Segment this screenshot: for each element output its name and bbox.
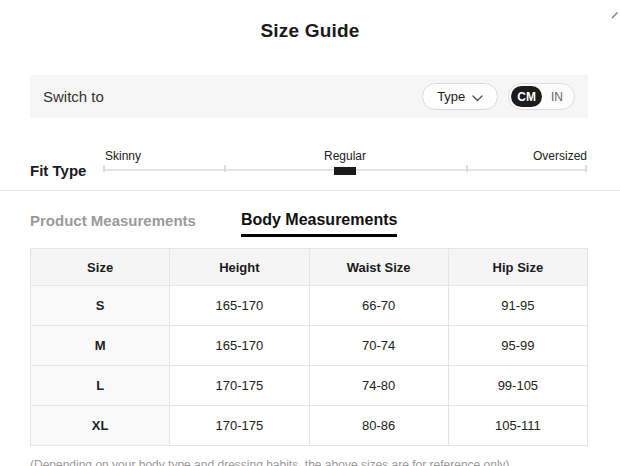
fit-track-tick [103, 165, 105, 172]
table-cell: 170-175 [170, 366, 309, 406]
table-cell: 165-170 [170, 326, 309, 366]
fit-track-tick [466, 165, 468, 172]
table-cell: 165-170 [170, 286, 309, 326]
table-cell: 66-70 [309, 286, 448, 326]
table-header-row: Size Height Waist Size Hip Size [31, 249, 588, 286]
table-cell: 74-80 [309, 366, 448, 406]
fit-track-tick [224, 165, 226, 172]
fit-type-slider[interactable]: Skinny Regular Oversized [103, 146, 587, 180]
tab-product-measurements[interactable]: Product Measurements [30, 211, 196, 229]
unit-toggle: CM IN [508, 83, 575, 110]
fit-option-skinny[interactable]: Skinny [105, 149, 141, 163]
measurement-tabs: Product Measurements Body Measurements [30, 211, 397, 237]
table-cell: 80-86 [309, 406, 448, 446]
switch-controls: Type CM IN [422, 83, 575, 110]
size-guide-dialog: Size Guide Switch to Type CM IN Fit Type… [0, 0, 620, 466]
col-header-height: Height [170, 249, 309, 286]
type-dropdown[interactable]: Type [422, 83, 498, 110]
table-cell: M [31, 326, 170, 366]
col-header-waist: Waist Size [309, 249, 448, 286]
switch-to-bar: Switch to Type CM IN [30, 75, 588, 118]
body-measurements-table: Size Height Waist Size Hip Size S 165-17… [30, 248, 588, 446]
table-row: S 165-170 66-70 91-95 [31, 286, 588, 326]
col-header-hip: Hip Size [448, 249, 587, 286]
unit-option-cm[interactable]: CM [511, 86, 542, 107]
table-row: L 170-175 74-80 99-105 [31, 366, 588, 406]
table-cell: 95-99 [448, 326, 587, 366]
type-dropdown-label: Type [437, 89, 465, 104]
col-header-size: Size [31, 249, 170, 286]
table-cell: S [31, 286, 170, 326]
table-row: XL 170-175 80-86 105-111 [31, 406, 588, 446]
chevron-down-icon [472, 90, 483, 105]
table-cell: L [31, 366, 170, 406]
expand-icon[interactable] [609, 1, 620, 25]
section-divider [0, 190, 620, 191]
fit-option-regular[interactable]: Regular [324, 149, 366, 163]
unit-option-in[interactable]: IN [542, 86, 572, 107]
switch-to-label: Switch to [43, 88, 104, 105]
table-cell: 99-105 [448, 366, 587, 406]
tab-body-measurements[interactable]: Body Measurements [241, 211, 398, 237]
fit-selected-indicator[interactable] [334, 167, 356, 175]
table-cell: 70-74 [309, 326, 448, 366]
table-cell: 105-111 [448, 406, 587, 446]
fit-option-oversized[interactable]: Oversized [533, 149, 587, 163]
table-cell: XL [31, 406, 170, 446]
page-title: Size Guide [0, 20, 620, 42]
reference-note: (Depending on your body type and dressin… [30, 458, 610, 466]
fit-track-tick [585, 165, 587, 172]
table-cell: 91-95 [448, 286, 587, 326]
table-row: M 165-170 70-74 95-99 [31, 326, 588, 366]
fit-type-label: Fit Type [30, 162, 86, 179]
table-cell: 170-175 [170, 406, 309, 446]
